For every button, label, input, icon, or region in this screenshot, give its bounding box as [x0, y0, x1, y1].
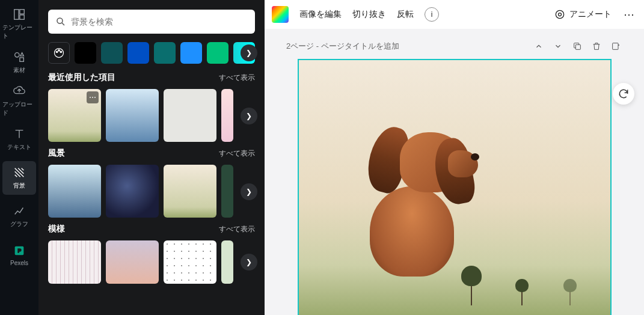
color-swatch[interactable] [207, 42, 228, 64]
see-all-link[interactable]: すべて表示 [219, 148, 255, 159]
color-row: ❯ [48, 42, 255, 64]
main-area: 画像を編集 切り抜き 反転 i アニメート ⋯ 2ページ - ページタイトルを追… [265, 0, 644, 315]
regenerate-fab[interactable] [613, 83, 634, 105]
dog-image[interactable] [352, 120, 472, 277]
see-all-link[interactable]: すべて表示 [219, 73, 255, 83]
section-title: 最近使用した項目 [48, 72, 115, 83]
flip-button[interactable]: 反転 [397, 9, 414, 20]
canvas-area: 2ページ - ページタイトルを追加 [265, 29, 644, 315]
tree-graphic [563, 279, 577, 305]
delete-page-button[interactable] [590, 40, 603, 53]
bg-thumb[interactable] [221, 240, 233, 284]
row-more-button[interactable]: ❯ [241, 183, 257, 200]
animate-button[interactable]: アニメート [554, 8, 612, 20]
page-up-button[interactable] [532, 40, 545, 53]
bg-thumb[interactable] [221, 165, 233, 218]
color-picker-button[interactable] [48, 42, 70, 64]
thumb-menu-icon[interactable]: ⋯ [87, 91, 99, 103]
bg-thumb[interactable] [48, 240, 101, 284]
section-title: 風景 [48, 148, 65, 159]
duplicate-page-button[interactable] [571, 40, 584, 53]
rail-text[interactable]: テキスト [2, 123, 36, 156]
search-input[interactable] [71, 17, 248, 26]
row-more-button[interactable]: ❯ [241, 254, 257, 271]
page-title-input[interactable]: 2ページ - ページタイトルを追加 [286, 41, 399, 52]
animate-icon [554, 8, 566, 20]
bg-thumb[interactable] [106, 165, 159, 218]
bg-thumb[interactable] [164, 165, 216, 218]
rail-elements[interactable]: 素材 [2, 46, 36, 79]
svg-rect-2 [20, 15, 24, 19]
color-swatch[interactable] [75, 42, 96, 64]
section-title: 模様 [48, 224, 65, 234]
svg-point-9 [58, 50, 60, 52]
bg-thumb[interactable] [106, 240, 159, 284]
rail-pexels[interactable]: Pexels [2, 238, 36, 272]
bg-thumb[interactable] [164, 240, 216, 284]
info-icon[interactable]: i [425, 7, 439, 22]
color-swatch[interactable] [180, 42, 202, 64]
svg-point-12 [559, 13, 562, 16]
rail-background[interactable]: 背景 [2, 161, 36, 195]
add-page-button[interactable] [609, 40, 622, 53]
bg-thumb[interactable] [48, 165, 101, 218]
rail-upload[interactable]: アップロード [2, 84, 36, 118]
svg-point-6 [57, 18, 63, 23]
section-landscape: 風景すべて表示 ❯ [48, 148, 255, 219]
color-swatch[interactable] [154, 42, 176, 64]
colors-more-button[interactable]: ❯ [241, 44, 257, 61]
bg-thumb[interactable]: ⋯ [48, 89, 101, 142]
svg-rect-13 [575, 44, 580, 49]
color-swatch[interactable] [101, 42, 123, 64]
edit-image-button[interactable]: 画像を編集 [299, 9, 342, 20]
rail-graph[interactable]: グラフ [2, 200, 36, 233]
tree-graphic [515, 279, 529, 305]
bg-thumb[interactable] [164, 89, 216, 142]
svg-point-10 [60, 51, 62, 53]
color-fill-button[interactable] [272, 6, 289, 23]
rail-template[interactable]: テンプレート [2, 7, 36, 41]
crop-button[interactable]: 切り抜き [352, 9, 386, 20]
svg-point-8 [56, 51, 58, 53]
bg-thumb[interactable] [106, 89, 159, 142]
svg-point-3 [15, 53, 19, 57]
more-menu-button[interactable]: ⋯ [622, 7, 637, 22]
row-more-button[interactable]: ❯ [241, 108, 257, 124]
section-recent: 最近使用した項目すべて表示 ⋯ ❯ [48, 72, 255, 143]
page-down-button[interactable] [551, 40, 565, 53]
svg-rect-0 [14, 10, 19, 20]
context-toolbar: 画像を編集 切り抜き 反転 i アニメート ⋯ [265, 0, 644, 29]
svg-rect-1 [20, 10, 24, 14]
svg-rect-4 [20, 58, 23, 61]
color-swatch[interactable] [127, 42, 149, 64]
section-pattern: 模様すべて表示 ❯ [48, 224, 255, 284]
side-panel: ❯ 最近使用した項目すべて表示 ⋯ ❯ 風景すべて表示 ❯ 模様すべて表示 ❯ [38, 0, 265, 315]
bg-thumb[interactable] [221, 89, 233, 142]
design-canvas[interactable] [298, 59, 612, 315]
search-bar[interactable] [48, 10, 255, 34]
page-header: 2ページ - ページタイトルを追加 [281, 40, 627, 53]
see-all-link[interactable]: すべて表示 [219, 224, 255, 234]
svg-rect-14 [613, 43, 618, 50]
search-icon [55, 16, 66, 27]
svg-point-11 [556, 10, 563, 18]
side-rail: テンプレート 素材 アップロード テキスト 背景 グラフ Pexels [0, 0, 38, 315]
